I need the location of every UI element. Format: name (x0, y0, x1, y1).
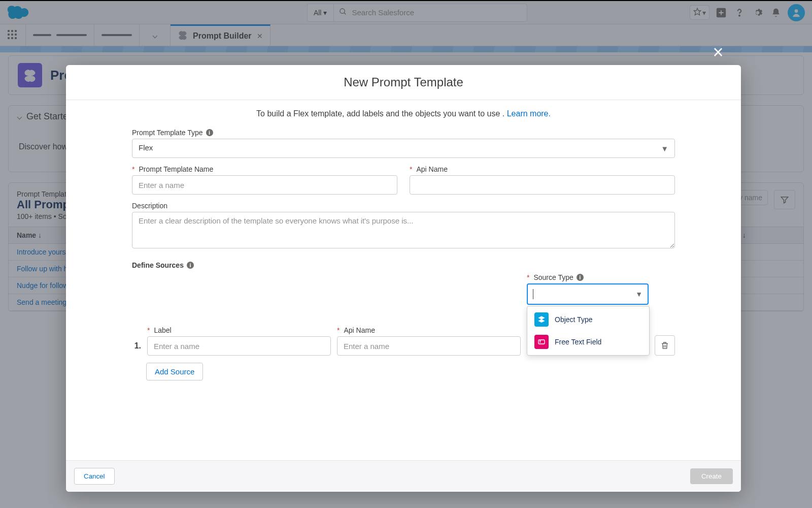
create-button[interactable]: Create (690, 468, 733, 484)
name-label: Prompt Template Name (139, 165, 213, 173)
modal-intro: To build a Flex template, add labels and… (132, 109, 675, 118)
info-icon[interactable]: i (577, 274, 584, 281)
api-name-label: Api Name (416, 165, 447, 173)
sources-heading: Define Sources (132, 261, 184, 269)
source-type-dropdown: Object Type Free Text Field (527, 306, 650, 356)
source-index: 1. (132, 341, 141, 351)
svg-rect-6 (538, 340, 545, 344)
modal-close-button[interactable]: × (710, 45, 726, 60)
delete-source-button[interactable] (655, 335, 675, 356)
learn-more-link[interactable]: Learn more. (507, 109, 551, 118)
source-apiname-input[interactable] (337, 336, 521, 356)
source-type-option-freetext[interactable]: Free Text Field (527, 331, 649, 353)
text-field-icon (534, 335, 549, 349)
template-type-select[interactable]: Flex ▼ (132, 139, 675, 158)
source-apiname-label: Api Name (344, 326, 375, 334)
source-label-label: Label (154, 326, 171, 334)
type-label: Prompt Template Type (132, 129, 203, 137)
source-row: 1. *Label *Api Name *Source Type i ▼ (132, 273, 675, 356)
source-type-option-object[interactable]: Object Type (527, 308, 649, 331)
new-prompt-template-modal: New Prompt Template To build a Flex temp… (66, 65, 741, 492)
description-textarea[interactable] (132, 212, 675, 248)
modal-intro-text: To build a Flex template, add labels and… (256, 109, 507, 118)
cancel-button[interactable]: Cancel (74, 468, 115, 485)
template-type-value: Flex (139, 143, 153, 152)
option-label: Object Type (555, 315, 592, 324)
description-label: Description (132, 202, 167, 210)
source-type-label: Source Type (533, 273, 573, 281)
info-icon[interactable]: i (206, 129, 213, 136)
text-cursor (533, 289, 533, 299)
layers-icon (534, 312, 549, 327)
caret-down-icon: ▼ (661, 144, 668, 153)
option-label: Free Text Field (555, 338, 601, 346)
add-source-button[interactable]: Add Source (146, 363, 203, 380)
modal-title: New Prompt Template (66, 75, 741, 89)
template-name-input[interactable] (132, 175, 397, 195)
source-type-select[interactable]: ▼ (527, 283, 649, 305)
source-label-input[interactable] (147, 336, 331, 356)
info-icon[interactable]: i (187, 262, 194, 269)
caret-down-icon: ▼ (635, 290, 642, 298)
template-apiname-input[interactable] (410, 175, 675, 195)
